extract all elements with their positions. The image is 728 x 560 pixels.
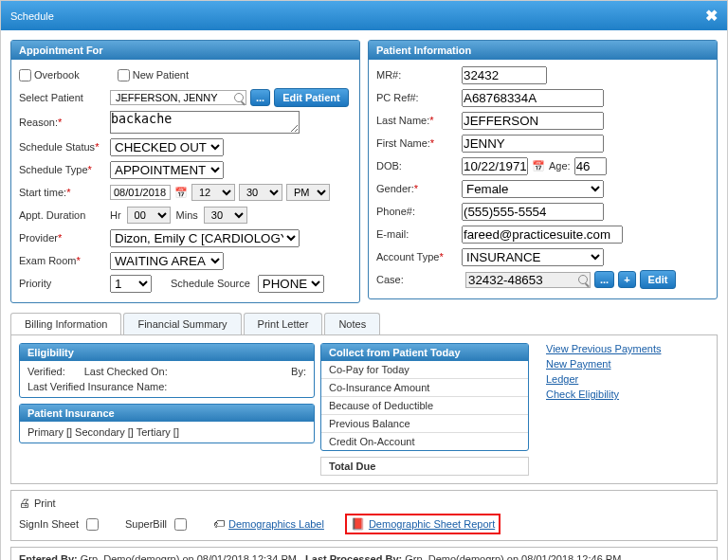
- coins-label: Co-Insurance Amount: [321, 379, 528, 397]
- case-label: Case:: [376, 274, 462, 285]
- start-min-select[interactable]: 30: [239, 184, 282, 201]
- tab-billing[interactable]: Billing Information: [10, 313, 121, 334]
- start-hour-select[interactable]: 12: [191, 184, 235, 201]
- pcref-label: PC Ref#:: [376, 92, 462, 103]
- superbill-checkbox[interactable]: [174, 518, 187, 531]
- edit-case-button[interactable]: Edit: [640, 270, 677, 289]
- check-eligibility-link[interactable]: Check Eligibility: [546, 388, 709, 400]
- schedule-type-select[interactable]: APPOINTMENT: [110, 161, 224, 179]
- reason-input[interactable]: backache: [110, 111, 300, 134]
- calendar-icon[interactable]: [532, 160, 545, 172]
- schedule-type-label: Schedule Type: [19, 164, 88, 175]
- last-checked-label: Last Checked On:: [84, 366, 168, 377]
- start-ampm-select[interactable]: PM: [286, 184, 330, 201]
- entered-by-label: Entered By:: [19, 553, 78, 560]
- last-name-label: Last Name:: [376, 115, 429, 126]
- first-name-label: First Name:: [376, 137, 430, 149]
- age-input: [574, 157, 607, 175]
- total-due-label: Total Due: [320, 457, 529, 476]
- account-type-label: Account Type: [376, 251, 439, 262]
- entered-by-value: Grp, Demo(demogrp) on 08/01/2018 12:34 P…: [81, 553, 297, 560]
- schedule-source-select[interactable]: PHONE: [258, 275, 324, 293]
- mr-input[interactable]: [462, 66, 547, 84]
- exam-room-select[interactable]: WAITING AREA: [110, 252, 224, 270]
- ledger-link[interactable]: Ledger: [546, 373, 709, 385]
- schedule-source-label: Schedule Source: [171, 278, 250, 289]
- priority-select[interactable]: 1: [110, 275, 152, 293]
- mins-label: Mins: [176, 209, 198, 221]
- email-input[interactable]: [462, 226, 623, 244]
- dob-input[interactable]: [462, 157, 528, 175]
- new-patient-label: New Patient: [133, 69, 189, 81]
- insurance-line: Primary [] Secondary [] Tertiary []: [20, 422, 314, 443]
- prev-balance-label: Previous Balance: [321, 415, 528, 433]
- overbook-label: Overbook: [34, 69, 80, 81]
- dob-label: DOB:: [376, 160, 462, 172]
- deductible-label: Because of Deductible: [321, 397, 528, 415]
- credit-label: Credit On-Account: [321, 433, 528, 450]
- calendar-icon[interactable]: [174, 187, 188, 199]
- age-label: Age:: [549, 160, 571, 172]
- tab-notes[interactable]: Notes: [324, 313, 380, 334]
- edit-patient-button[interactable]: Edit Patient: [274, 88, 349, 107]
- case-input[interactable]: [468, 273, 578, 287]
- signin-sheet-label: SignIn Sheet: [19, 518, 79, 530]
- last-processed-label: Last Processed By:: [305, 553, 402, 560]
- view-previous-payments-link[interactable]: View Previous Payments: [546, 343, 709, 354]
- collect-heading: Collect from Patient Today: [321, 344, 528, 361]
- provider-select[interactable]: Dizon, Emily C [CARDIOLOGY]: [110, 229, 300, 247]
- select-patient-input[interactable]: [113, 91, 234, 104]
- patient-info-heading: Patient Information: [369, 41, 717, 60]
- hr-label: Hr: [110, 209, 121, 221]
- by-label: By:: [291, 366, 306, 377]
- lookup-button[interactable]: ...: [250, 89, 270, 106]
- select-patient-label: Select Patient: [19, 92, 110, 103]
- gender-label: Gender:: [376, 183, 414, 194]
- priority-label: Priority: [19, 278, 110, 289]
- close-icon[interactable]: ✖: [705, 7, 718, 25]
- tab-financial[interactable]: Financial Summary: [123, 313, 241, 334]
- phone-label: Phone#:: [376, 206, 462, 217]
- demographic-sheet-report-link[interactable]: Demographic Sheet Report: [369, 518, 495, 530]
- email-label: E-mail:: [376, 228, 462, 240]
- printer-icon: [19, 497, 30, 510]
- copay-label: Co-Pay for Today: [321, 361, 528, 379]
- first-name-input[interactable]: [462, 135, 604, 153]
- reason-label: Reason:: [19, 117, 58, 128]
- account-type-select[interactable]: INSURANCE: [462, 248, 604, 266]
- start-date-input[interactable]: [110, 185, 171, 200]
- verified-label: Verified:: [27, 366, 65, 377]
- eligibility-heading: Eligibility: [20, 344, 314, 361]
- duration-hr-select[interactable]: 00: [127, 207, 171, 224]
- duration-min-select[interactable]: 30: [204, 207, 247, 224]
- overbook-checkbox[interactable]: [19, 69, 31, 81]
- add-case-button[interactable]: +: [618, 271, 635, 288]
- search-icon[interactable]: [234, 93, 244, 102]
- search-icon[interactable]: [578, 275, 588, 284]
- last-processed-value: Grp, Demo(demogrp) on 08/01/2018 12:46 P…: [405, 553, 621, 560]
- last-verified-ins-label: Last Verified Insurance Name:: [27, 381, 306, 392]
- print-label: Print: [34, 497, 56, 509]
- pdf-icon: [351, 517, 365, 531]
- duration-label: Appt. Duration: [19, 209, 110, 221]
- schedule-status-select[interactable]: CHECKED OUT: [110, 138, 224, 156]
- new-payment-link[interactable]: New Payment: [546, 358, 709, 370]
- appointment-for-heading: Appointment For: [11, 41, 359, 60]
- phone-input[interactable]: [462, 203, 604, 221]
- tab-print-letter[interactable]: Print Letter: [244, 313, 323, 334]
- last-name-input[interactable]: [462, 112, 604, 130]
- demographics-label-link[interactable]: Demographics Label: [228, 518, 324, 530]
- mr-label: MR#:: [376, 69, 462, 81]
- patient-insurance-heading: Patient Insurance: [20, 405, 314, 422]
- start-time-label: Start time:: [19, 187, 66, 198]
- gender-select[interactable]: Female: [462, 180, 604, 198]
- case-lookup-button[interactable]: ...: [594, 271, 614, 288]
- new-patient-checkbox[interactable]: [118, 69, 130, 81]
- provider-label: Provider: [19, 232, 58, 244]
- tag-icon: [213, 517, 225, 531]
- window-title: Schedule: [10, 10, 54, 22]
- exam-room-label: Exam Room: [19, 255, 77, 266]
- pcref-input[interactable]: [462, 89, 604, 107]
- demographic-sheet-highlight: Demographic Sheet Report: [345, 514, 500, 534]
- signin-sheet-checkbox[interactable]: [86, 518, 99, 531]
